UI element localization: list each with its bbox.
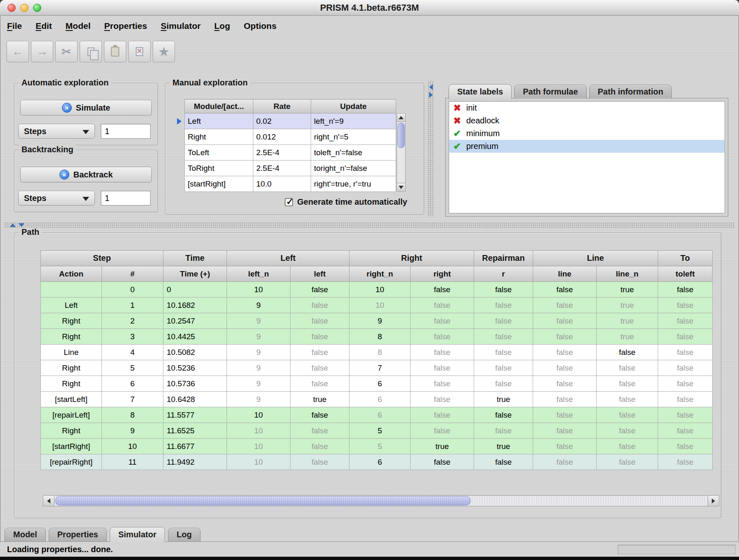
state-label-deadlock[interactable]: ✖deadlock <box>449 114 725 127</box>
collapse-right-icon[interactable] <box>429 92 433 98</box>
path-row[interactable]: Line410.50829false8falsefalsefalsefalsef… <box>41 345 713 360</box>
path-row[interactable]: Right510.52369false7falsefalsefalsefalse… <box>41 360 713 376</box>
paste-icon <box>111 47 119 57</box>
simulate-steps-input[interactable] <box>101 124 151 139</box>
tab-simulator[interactable]: Simulator <box>110 527 165 542</box>
backtrack-button[interactable]: Backtrack <box>20 167 152 182</box>
path-col-header[interactable]: right <box>411 266 474 282</box>
vertical-splitter[interactable] <box>427 81 434 216</box>
generate-time-checkbox[interactable]: Generate time automatically <box>285 197 407 207</box>
path-col-header[interactable]: Action <box>41 266 102 282</box>
state-label-init[interactable]: ✖init <box>449 102 725 114</box>
paste-button[interactable] <box>104 41 126 62</box>
scroll-down-button[interactable] <box>397 183 405 191</box>
simulate-steps-dropdown[interactable]: Steps <box>18 124 95 139</box>
collapse-up-icon[interactable] <box>10 223 16 227</box>
collapse-down-icon[interactable] <box>19 223 24 227</box>
panel-title: Automatic exploration <box>19 78 111 87</box>
selected-row-arrow-icon <box>177 118 182 125</box>
cut-button[interactable]: ✂ <box>55 41 78 62</box>
path-row[interactable]: 0010false10falsefalsefalsetruefalse <box>41 282 713 298</box>
path-row[interactable]: [startLeft]710.64289true6falsetruefalsef… <box>41 392 713 407</box>
path-col-group[interactable]: To <box>658 250 713 266</box>
checkbox-icon <box>285 198 293 206</box>
path-col-header[interactable]: toleft <box>658 266 713 282</box>
panel-title: Backtracking <box>19 145 76 154</box>
tab-path-information[interactable]: Path information <box>589 85 672 99</box>
tab-log[interactable]: Log <box>168 528 201 541</box>
path-col-header[interactable]: line_n <box>597 266 658 282</box>
path-row[interactable]: [startRight]1011.667710false5truetruefal… <box>41 439 713 454</box>
path-table-el: StepTimeLeftRightRepairmanLineToAction#T… <box>40 250 713 470</box>
menu-item-options[interactable]: Options <box>244 21 276 31</box>
minimize-button[interactable] <box>20 4 28 12</box>
path-col-group[interactable]: Step <box>41 250 163 266</box>
scrollbar-thumb[interactable] <box>397 123 405 148</box>
close-button[interactable] <box>7 4 16 12</box>
path-row[interactable]: Left110.16829false10falsefalsefalsetruef… <box>41 298 713 313</box>
manual-row[interactable]: ToRight2.5E-4toright_n'=false <box>185 161 396 176</box>
path-col-header[interactable]: line <box>533 266 597 282</box>
manual-row[interactable]: Right0.012right_n'=5 <box>185 129 396 145</box>
path-col-header[interactable]: left <box>290 266 349 282</box>
state-label-premium[interactable]: ✔premium <box>449 140 725 153</box>
menu-item-model[interactable]: Model <box>66 21 91 31</box>
delete-button[interactable] <box>128 41 151 62</box>
path-horizontal-scrollbar[interactable] <box>43 495 719 506</box>
path-col-header[interactable]: r <box>474 266 533 282</box>
labels-tabs: State labelsPath formulaePath informatio… <box>449 84 672 99</box>
collapse-left-icon[interactable] <box>429 84 433 90</box>
manual-row[interactable]: Left0.02left_n'=9 <box>185 113 396 129</box>
up-arrow-icon <box>399 116 404 119</box>
manual-col-header[interactable]: Update <box>311 99 396 113</box>
simulate-button[interactable]: Simulate <box>20 100 152 116</box>
path-subheader-row: Action#Time (+)left_nleftright_nrightrli… <box>41 266 713 282</box>
path-col-group[interactable]: Right <box>349 250 474 266</box>
path-row[interactable]: [repairRight]1111.949210false6falsefalse… <box>41 454 713 470</box>
menu-item-file[interactable]: File <box>7 21 22 31</box>
path-col-group[interactable]: Line <box>533 250 658 266</box>
menu-item-simulator[interactable]: Simulator <box>161 21 201 31</box>
path-row[interactable]: Right610.57369false6falsefalsefalsefalse… <box>41 376 713 392</box>
star-button[interactable]: ★ <box>153 41 175 62</box>
horizontal-splitter[interactable] <box>4 222 735 228</box>
scrollbar-thumb[interactable] <box>55 496 471 506</box>
copy-button[interactable] <box>80 41 102 62</box>
path-row[interactable]: Right310.44259false8falsefalsefalsetruef… <box>41 329 713 345</box>
scroll-left-button[interactable] <box>43 496 54 506</box>
path-row[interactable]: [repairLeft]811.557710false6falsefalsefa… <box>41 407 713 423</box>
path-col-header[interactable]: right_n <box>349 266 411 282</box>
back-button[interactable]: ← <box>7 41 29 62</box>
tab-path-formulae[interactable]: Path formulae <box>514 85 586 99</box>
copy-icon <box>87 47 94 56</box>
backtrack-steps-dropdown[interactable]: Steps <box>18 191 95 206</box>
menu-item-log[interactable]: Log <box>214 21 230 31</box>
path-row[interactable]: Right210.25479false9falsefalsefalsetruef… <box>41 313 713 329</box>
zoom-button[interactable] <box>33 4 41 12</box>
path-col-header[interactable]: Time (+) <box>163 266 227 282</box>
manual-col-header[interactable]: Rate <box>253 99 311 113</box>
menu-item-edit[interactable]: Edit <box>35 21 52 31</box>
scrollbar-track[interactable] <box>54 496 708 506</box>
path-row[interactable]: Right911.652510false5falsefalsefalsefals… <box>41 423 713 439</box>
path-col-group[interactable]: Repairman <box>474 250 533 266</box>
tab-state-labels[interactable]: State labels <box>449 84 512 99</box>
manual-header-row: Module/[act...RateUpdate <box>185 99 396 113</box>
manual-vertical-scrollbar[interactable] <box>397 113 406 191</box>
manual-row[interactable]: [startRight]10.0right'=true, r'=tru <box>185 176 396 192</box>
scroll-right-button[interactable] <box>708 496 719 506</box>
manual-row[interactable]: ToLeft2.5E-4toleft_n'=false <box>185 145 396 161</box>
tab-model[interactable]: Model <box>5 528 46 541</box>
path-col-group[interactable]: Time <box>163 250 227 266</box>
title-bar[interactable]: PRISM 4.1.beta.r6673M <box>0 0 739 16</box>
menu-item-properties[interactable]: Properties <box>104 21 147 31</box>
state-label-minimum[interactable]: ✔minimum <box>449 127 725 140</box>
path-col-group[interactable]: Left <box>227 250 349 266</box>
tab-properties[interactable]: Properties <box>49 528 107 541</box>
forward-button[interactable]: → <box>31 41 53 62</box>
scroll-up-button[interactable] <box>397 113 405 122</box>
path-col-header[interactable]: left_n <box>227 266 290 282</box>
path-col-header[interactable]: # <box>102 266 163 282</box>
manual-col-header[interactable]: Module/[act... <box>185 99 253 113</box>
backtrack-steps-input[interactable] <box>101 191 151 206</box>
